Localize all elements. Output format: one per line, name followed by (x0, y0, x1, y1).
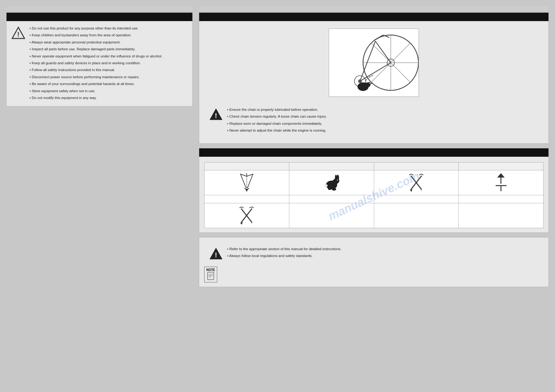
table-bottom-icon-row (204, 203, 544, 228)
right-section-3: ! • Refer to the appropriate section of … (199, 237, 549, 287)
table-text-col-1 (204, 195, 289, 203)
svg-point-32 (325, 184, 328, 187)
right-warning-1: ! • Ensure the chain is properly lubrica… (204, 102, 544, 139)
note-box: NOTE (204, 267, 544, 282)
svg-marker-23 (241, 174, 253, 187)
svg-point-33 (328, 187, 332, 190)
right-section-3-content: ! • Refer to the appropriate section of … (199, 237, 548, 287)
warning-line-8: • Disconnect power source before perform… (30, 74, 187, 80)
svg-text:!: ! (215, 112, 217, 119)
right-warning-2: ! • Refer to the appropriate section of … (204, 242, 544, 265)
left-warning-text: • Do not use this product for any purpos… (30, 25, 187, 102)
svg-marker-37 (410, 189, 412, 192)
right-section-1-header (199, 13, 548, 21)
right-panel: manualshive.com (199, 6, 549, 386)
left-panel: ! • Do not use this product for any purp… (6, 6, 193, 386)
svg-marker-25 (245, 189, 248, 192)
r-warn2-line-2: • Always follow local regulations and sa… (227, 253, 539, 259)
table-header-col-4 (459, 162, 544, 170)
warning-line-11: • Do not modify this equipment in any wa… (30, 95, 187, 101)
bicycle-diagram (329, 29, 419, 97)
r-warn-line-3: • Replace worn or damaged chain componen… (227, 121, 539, 126)
right-warning-1-text: • Ensure the chain is properly lubricate… (227, 107, 539, 135)
table-cell-t-up (459, 170, 544, 195)
bell-down-icon (206, 173, 288, 193)
table-cell-tools (374, 170, 459, 195)
left-section: ! • Do not use this product for any purp… (6, 12, 193, 106)
table-bottom-cell-tools (204, 203, 289, 228)
right-top-bar (199, 6, 549, 12)
svg-point-30 (335, 175, 337, 180)
left-warning-box: ! • Do not use this product for any purp… (7, 21, 192, 106)
r-warn-line-1: • Ensure the chain is properly lubricate… (227, 107, 539, 112)
note-label: NOTE (206, 268, 215, 272)
warning-line-3: • Always wear appropriate personal prote… (30, 39, 187, 45)
svg-marker-45 (240, 222, 243, 225)
svg-point-17 (368, 82, 371, 85)
right-section-2-content (199, 157, 548, 232)
svg-point-29 (337, 175, 339, 180)
svg-line-13 (374, 35, 383, 41)
warning-line-6: • Keep all guards and safety devices in … (30, 60, 187, 66)
table-bottom-cell-3 (374, 203, 459, 228)
table-header-col-1 (204, 162, 289, 170)
r-warn-line-4: • Never attempt to adjust the chain whil… (227, 128, 539, 133)
svg-point-19 (369, 83, 370, 84)
svg-point-31 (337, 180, 338, 181)
table-cell-rabbit (289, 170, 374, 195)
table-icon-row (204, 170, 544, 195)
svg-line-10 (375, 41, 391, 63)
right-section-1: ! • Ensure the chain is properly lubrica… (199, 12, 549, 144)
right-section-1-content: ! • Ensure the chain is properly lubrica… (199, 21, 548, 143)
svg-marker-39 (497, 173, 505, 178)
table-text-col-4 (459, 195, 544, 203)
warning-solid-icon-2: ! (209, 247, 223, 260)
table-header-row (204, 162, 544, 170)
warning-line-1: • Do not use this product for any purpos… (30, 25, 187, 31)
svg-point-34 (332, 188, 336, 191)
warning-line-2: • Keep children and bystanders away from… (30, 32, 187, 38)
t-up-icon (460, 173, 542, 193)
note-icon: NOTE (204, 267, 217, 282)
warning-line-9: • Be aware of your surroundings and pote… (30, 81, 187, 87)
scissors-tool-icon (375, 173, 457, 193)
rabbit-icon (291, 173, 373, 192)
table-text-col-3 (374, 195, 459, 203)
table-text-row (204, 195, 544, 203)
svg-rect-49 (208, 272, 214, 280)
icon-table (204, 162, 544, 228)
warning-line-10: • Store equipment safely when not in use… (30, 88, 187, 94)
scissors-tool-icon-2 (206, 205, 288, 226)
warning-triangle-icon: ! (11, 26, 25, 40)
table-header-col-2 (289, 162, 374, 170)
warning-solid-icon: ! (209, 107, 223, 121)
table-text-col-2 (289, 195, 374, 203)
warning-line-4: • Inspect all parts before use. Replace … (30, 46, 187, 52)
svg-point-12 (358, 79, 362, 83)
left-section-header (7, 13, 192, 21)
svg-text:!: ! (215, 251, 217, 259)
r-warn-line-2: • Check chain tension regularly. A loose… (227, 114, 539, 119)
table-bottom-cell-2 (289, 203, 374, 228)
left-top-bar (6, 6, 193, 12)
right-section-2-header (199, 148, 548, 157)
right-section-2 (199, 148, 549, 233)
right-warning-2-text: • Refer to the appropriate section of th… (227, 246, 539, 260)
svg-text:!: ! (17, 30, 19, 38)
diagram-container (204, 25, 544, 100)
table-cell-bell (204, 170, 289, 195)
warning-line-5: • Never operate equipment when fatigued … (30, 53, 187, 59)
table-bottom-cell-4 (459, 203, 544, 228)
r-warn2-line-1: • Refer to the appropriate section of th… (227, 246, 539, 252)
warning-line-7: • Follow all safety instructions provide… (30, 67, 187, 73)
table-header-col-3 (374, 162, 459, 170)
